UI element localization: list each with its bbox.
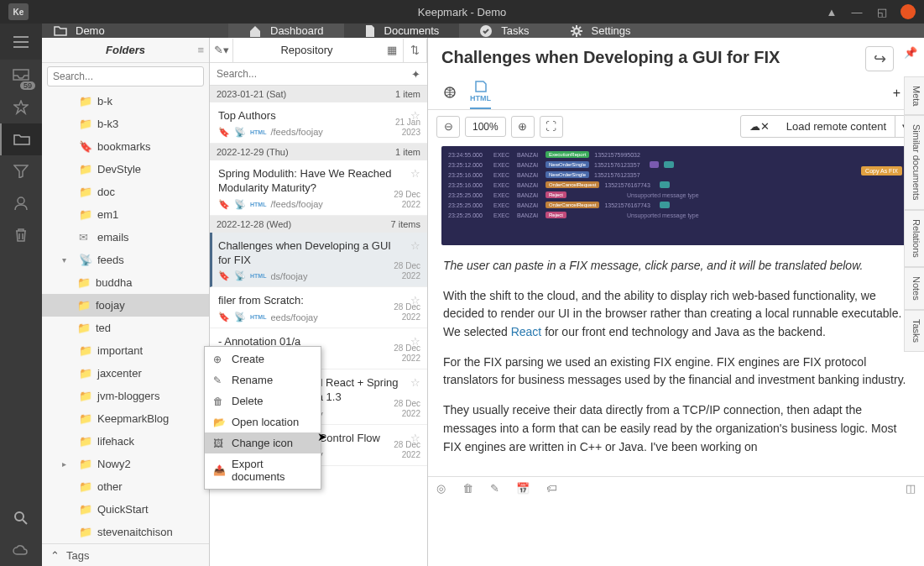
tab-dashboard[interactable]: Dashboard (228, 24, 344, 38)
tab-demo[interactable]: Demo (42, 24, 228, 38)
react-link[interactable]: React (511, 325, 542, 338)
folder-icon: 📁 (79, 526, 92, 538)
minimize-icon[interactable]: — (850, 5, 864, 18)
eject-icon[interactable]: ▲ (825, 5, 838, 18)
folder-item-nowy2[interactable]: ▸📁Nowy2 (42, 453, 209, 475)
calendar-icon[interactable]: 📅 (516, 482, 530, 495)
folder-item-devstyle[interactable]: 📁DevStyle (42, 158, 209, 181)
star-icon[interactable]: ☆ (410, 239, 420, 252)
tag-icon[interactable]: 🏷 (546, 482, 557, 495)
cm-open-location[interactable]: 📂Open location (205, 411, 321, 432)
rail-filter[interactable] (0, 155, 42, 187)
bookmark-icon: 🔖 (218, 312, 230, 322)
target-icon[interactable]: ◎ (436, 482, 446, 495)
close-icon[interactable] (901, 4, 916, 19)
check-icon (479, 24, 493, 38)
tab-tasks[interactable]: Tasks (459, 24, 549, 38)
rail-trash[interactable] (0, 219, 42, 251)
folder-item-ted[interactable]: 📁ted (42, 317, 209, 339)
repo-item[interactable]: Top Authors 🔖📡HTML/feeds/foojay ☆ 21 Jan… (210, 102, 427, 144)
context-menu: ⊕Create ✎Rename 🗑Delete 📂Open location 🖼… (204, 346, 321, 490)
repo-sort-icon[interactable]: ⇅ (404, 39, 427, 62)
folders-search-input[interactable] (47, 66, 204, 86)
repo-item[interactable]: Spring Modulith: Have We Reached Modular… (210, 160, 427, 216)
maximize-icon[interactable]: ◱ (875, 5, 889, 18)
folder-item-bookmarks[interactable]: 🔖bookmarks (42, 135, 209, 158)
file-icon (473, 81, 488, 92)
folder-item-b-k3[interactable]: 📁b-k3 (42, 113, 209, 135)
star-icon[interactable]: ☆ (410, 167, 420, 180)
pin-icon[interactable]: 📌 (904, 46, 917, 59)
folder-item-keepmarkblog[interactable]: 📁KeepmarkBlog (42, 407, 209, 430)
repo-list: 2023-01-21 (Sat)1 itemTop Authors 🔖📡HTML… (210, 86, 427, 566)
right-tab-tasks[interactable]: Tasks (904, 310, 924, 352)
star-icon[interactable]: ☆ (410, 376, 420, 389)
tab-settings[interactable]: Settings (550, 24, 651, 38)
folders-menu-icon[interactable]: ≡ (197, 44, 204, 56)
repo-item[interactable]: Challenges when Developing a GUI for FIX… (210, 233, 427, 288)
repo-item[interactable]: filer from Scratch: 🔖📡HTMLeeds/foojay ☆ … (210, 287, 427, 328)
share-button[interactable]: ↪ (865, 46, 894, 71)
right-tab-meta[interactable]: Meta (904, 76, 924, 115)
cm-rename[interactable]: ✎Rename (205, 369, 321, 390)
inbox-badge: 59 (20, 81, 35, 90)
repo-view-icon[interactable]: ▦ (380, 39, 404, 62)
folder-item-lifehack[interactable]: 📁lifehack (42, 430, 209, 453)
repo-search-input[interactable] (210, 63, 404, 85)
window-icon[interactable]: ◫ (906, 482, 916, 495)
rail-inbox[interactable]: 59 (0, 60, 42, 92)
rail-star[interactable] (0, 92, 42, 123)
tab-documents[interactable]: Documents (344, 24, 460, 38)
bookmark-icon: 🔖 (218, 270, 230, 281)
right-tab-relations[interactable]: Relations (904, 210, 924, 267)
zoom-out-icon[interactable]: ⊖ (436, 116, 460, 138)
document-panel: Challenges when Developing a GUI for FIX… (428, 38, 924, 566)
cm-change-icon[interactable]: 🖼Change icon (205, 432, 321, 453)
folder-item-feeds[interactable]: ▾📡feeds (42, 249, 209, 271)
date-group: 2023-01-21 (Sat)1 item (210, 86, 427, 102)
right-tab-similar[interactable]: Similar documents (904, 115, 924, 209)
folder-item-jvm-bloggers[interactable]: 📁jvm-bloggers (42, 385, 209, 407)
add-tab-icon[interactable]: + (893, 86, 901, 101)
hamburger-icon[interactable] (0, 24, 42, 60)
repo-item-date: 29 Dec2022 (394, 190, 420, 210)
zoom-in-icon[interactable]: ⊕ (511, 116, 535, 138)
folder-item-em1[interactable]: 📁em1 (42, 203, 209, 226)
trash-icon[interactable]: 🗑 (462, 482, 473, 495)
folder-item-emails[interactable]: ✉emails (42, 226, 209, 249)
doc-tab-html[interactable]: HTML (470, 77, 491, 109)
folder-item-foojay[interactable]: 📁foojay (42, 294, 209, 317)
repo-item-date: 28 Dec2022 (394, 343, 420, 364)
folder-item-stevenaitchison[interactable]: 📁stevenaitchison (42, 521, 209, 543)
folder-item-quickstart[interactable]: 📁QuickStart (42, 498, 209, 521)
folder-item-doc[interactable]: 📁doc (42, 181, 209, 203)
load-remote-button[interactable]: ☁✕ Load remote content ▾ (740, 115, 916, 138)
repo-add-icon[interactable]: ✎▾ (210, 39, 233, 62)
folder-item-important[interactable]: 📁important (42, 339, 209, 362)
fit-icon[interactable]: ⛶ (540, 116, 563, 138)
doc-tab-web[interactable] (441, 82, 458, 104)
cm-delete[interactable]: 🗑Delete (205, 390, 321, 411)
tags-row[interactable]: ⌃ Tags (42, 543, 209, 566)
doc-statusbar: ◎ 🗑 ✎ 📅 🏷 ◫ (428, 476, 924, 500)
folder-item-b-k[interactable]: 📁b-k (42, 90, 209, 113)
cm-create[interactable]: ⊕Create (205, 349, 321, 369)
repo-item-date: 28 Dec2022 (394, 302, 420, 322)
folder-item-other[interactable]: 📁other (42, 475, 209, 498)
rail-folder[interactable] (0, 123, 42, 155)
wand-icon[interactable]: ✦ (404, 68, 427, 81)
folder-icon: 📁 (79, 458, 92, 470)
folder-item-jaxcenter[interactable]: 📁jaxcenter (42, 362, 209, 385)
folder-item-buddha[interactable]: 📁buddha (42, 271, 209, 294)
mail-icon: ✉ (79, 231, 92, 244)
svg-point-0 (18, 197, 24, 204)
rail-user[interactable] (0, 187, 42, 219)
folders-title: Folders (106, 44, 145, 56)
rail-cloud[interactable] (0, 534, 42, 566)
edit-icon[interactable]: ✎ (490, 482, 499, 495)
rail-search[interactable] (0, 502, 42, 534)
right-tab-notes[interactable]: Notes (904, 267, 924, 310)
repo-title: Repository (233, 44, 380, 56)
cm-export[interactable]: 📤Export documents (205, 453, 321, 487)
folder-icon (54, 25, 67, 37)
